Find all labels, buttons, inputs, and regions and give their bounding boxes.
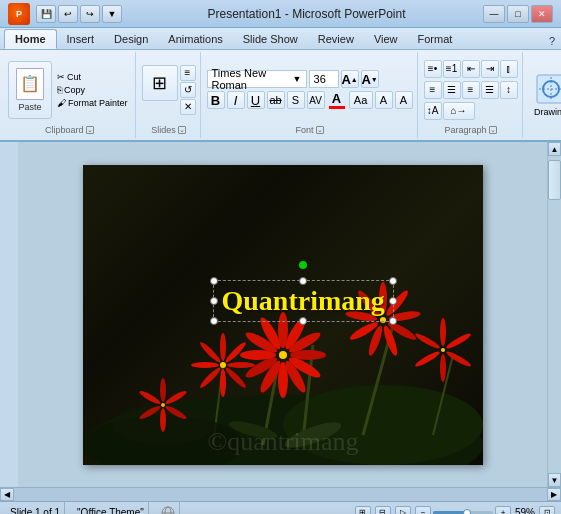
align-right-button[interactable]: ≡ bbox=[462, 81, 480, 99]
slide-layout-button[interactable]: ≡ bbox=[180, 65, 196, 81]
resize-handle-mr[interactable] bbox=[389, 297, 397, 305]
paste-button[interactable]: 📋 Paste bbox=[8, 61, 52, 119]
svg-point-37 bbox=[220, 333, 226, 361]
zoom-control[interactable]: − + bbox=[415, 506, 511, 515]
restore-button[interactable]: □ bbox=[507, 5, 529, 23]
shadow-button[interactable]: S bbox=[287, 91, 305, 109]
italic-button[interactable]: I bbox=[227, 91, 245, 109]
bullets-button[interactable]: ≡• bbox=[424, 60, 442, 78]
zoom-thumb[interactable] bbox=[463, 509, 471, 515]
zoom-level: 59% bbox=[515, 507, 535, 514]
svg-point-39 bbox=[227, 362, 255, 368]
paragraph-expander[interactable]: ⌄ bbox=[489, 126, 497, 134]
scroll-right-button[interactable]: ▶ bbox=[547, 488, 561, 501]
kerning-button[interactable]: AV bbox=[307, 91, 325, 109]
columns-button[interactable]: ⫿ bbox=[500, 60, 518, 78]
tab-insert[interactable]: Insert bbox=[57, 29, 105, 49]
tab-design[interactable]: Design bbox=[104, 29, 158, 49]
tab-review[interactable]: Review bbox=[308, 29, 364, 49]
minimize-button[interactable]: — bbox=[483, 5, 505, 23]
undo-button[interactable]: ↩ bbox=[58, 5, 78, 23]
hscroll-track[interactable] bbox=[14, 488, 547, 501]
font-size-decrease-button[interactable]: A▼ bbox=[361, 70, 379, 88]
resize-handle-bl[interactable] bbox=[210, 317, 218, 325]
font-name-input[interactable]: Times New Roman ▼ bbox=[207, 70, 307, 88]
indent-increase-button[interactable]: ⇥ bbox=[481, 60, 499, 78]
scroll-left-button[interactable]: ◀ bbox=[0, 488, 14, 501]
indent-decrease-button[interactable]: ⇤ bbox=[462, 60, 480, 78]
strikethrough-button[interactable]: ab bbox=[267, 91, 285, 109]
slideshow-view-button[interactable]: ▷ bbox=[395, 506, 411, 515]
resize-handle-br[interactable] bbox=[389, 317, 397, 325]
text-box[interactable]: Quantrimang bbox=[213, 280, 394, 322]
align-left-button[interactable]: ≡ bbox=[424, 81, 442, 99]
fit-to-window-button[interactable]: ⊡ bbox=[539, 506, 555, 515]
font-color-button[interactable]: A bbox=[327, 91, 347, 109]
customize-button[interactable]: ▼ bbox=[102, 5, 122, 23]
status-bar: Slide 1 of 1 "Office Theme" ⊞ ⊟ ▷ − + 59… bbox=[0, 501, 561, 514]
copy-icon: ⎘ bbox=[57, 85, 62, 95]
clipboard-expander[interactable]: ⌄ bbox=[86, 126, 94, 134]
copy-button[interactable]: ⎘ Copy bbox=[54, 84, 131, 96]
font-size-increase-button[interactable]: A▲ bbox=[341, 70, 359, 88]
format-painter-button[interactable]: 🖌 Format Painter bbox=[54, 97, 131, 109]
svg-point-46 bbox=[440, 318, 446, 346]
close-button[interactable]: ✕ bbox=[531, 5, 553, 23]
tab-view[interactable]: View bbox=[364, 29, 408, 49]
app-logo: P bbox=[8, 3, 30, 25]
scroll-up-button[interactable]: ▲ bbox=[548, 142, 561, 156]
reset-slide-button[interactable]: ↺ bbox=[180, 82, 196, 98]
font-group: Times New Roman ▼ 36 A▲ A▼ B I U ab S AV bbox=[203, 52, 418, 138]
resize-handle-tr[interactable] bbox=[389, 277, 397, 285]
horizontal-scrollbar[interactable]: ◀ ▶ bbox=[0, 487, 561, 501]
zoom-in-button[interactable]: + bbox=[495, 506, 511, 515]
highlight-color-button[interactable]: Aa bbox=[349, 91, 373, 109]
drawing-button[interactable]: Drawing bbox=[529, 65, 561, 125]
help-button[interactable]: ? bbox=[543, 33, 561, 49]
resize-handle-tl[interactable] bbox=[210, 277, 218, 285]
redo-button[interactable]: ↪ bbox=[80, 5, 100, 23]
vertical-scrollbar[interactable]: ▲ ▼ bbox=[547, 142, 561, 487]
char-spacing-button[interactable]: A bbox=[375, 91, 393, 109]
align-center-button[interactable]: ☰ bbox=[443, 81, 461, 99]
tab-slideshow[interactable]: Slide Show bbox=[233, 29, 308, 49]
clear-format-button[interactable]: A bbox=[395, 91, 413, 109]
zoom-out-button[interactable]: − bbox=[415, 506, 431, 515]
slides-content: ⊞ ≡ ↺ ✕ bbox=[142, 54, 196, 125]
font-size-input[interactable]: 36 bbox=[309, 70, 339, 88]
slide-canvas-area[interactable]: ©quantrimang Quantrimang bbox=[18, 142, 547, 487]
numbering-button[interactable]: ≡1 bbox=[443, 60, 461, 78]
normal-view-button[interactable]: ⊞ bbox=[355, 506, 371, 515]
scroll-down-button[interactable]: ▼ bbox=[548, 473, 561, 487]
clipboard-group: 📋 Paste ✂ Cut ⎘ Copy 🖌 Format Painter C bbox=[4, 52, 136, 138]
convert-to-smartart-button[interactable]: ⌂→ bbox=[443, 102, 475, 120]
text-direction-button[interactable]: ↕A bbox=[424, 102, 442, 120]
cut-button[interactable]: ✂ Cut bbox=[54, 71, 131, 83]
font-expander[interactable]: ⌄ bbox=[316, 126, 324, 134]
resize-handle-bm[interactable] bbox=[299, 317, 307, 325]
tab-animations[interactable]: Animations bbox=[158, 29, 232, 49]
slides-expander[interactable]: ⌄ bbox=[178, 126, 186, 134]
scroll-track[interactable] bbox=[548, 156, 561, 473]
tab-format[interactable]: Format bbox=[408, 29, 463, 49]
resize-handle-ml[interactable] bbox=[210, 297, 218, 305]
justify-button[interactable]: ☰ bbox=[481, 81, 499, 99]
paragraph-content: ≡• ≡1 ⇤ ⇥ ⫿ ≡ ☰ ≡ ☰ ↕ ↕A ⌂→ bbox=[424, 54, 518, 125]
slide-container[interactable]: ©quantrimang Quantrimang bbox=[83, 165, 483, 465]
delete-slide-button[interactable]: ✕ bbox=[180, 99, 196, 115]
tab-home[interactable]: Home bbox=[4, 29, 57, 49]
rotation-handle[interactable] bbox=[299, 261, 307, 269]
bold-button[interactable]: B bbox=[207, 91, 225, 109]
main-area: ©quantrimang Quantrimang ▲ ▼ bbox=[0, 142, 561, 487]
font-name-dropdown[interactable]: ▼ bbox=[293, 74, 302, 84]
scroll-thumb[interactable] bbox=[548, 160, 561, 200]
line-spacing-button[interactable]: ↕ bbox=[500, 81, 518, 99]
window-controls[interactable]: — □ ✕ bbox=[483, 5, 553, 23]
resize-handle-tm[interactable] bbox=[299, 277, 307, 285]
zoom-track[interactable] bbox=[433, 511, 493, 515]
new-slide-button[interactable]: ⊞ bbox=[142, 65, 178, 101]
save-button[interactable]: 💾 bbox=[36, 5, 56, 23]
slide-sorter-button[interactable]: ⊟ bbox=[375, 506, 391, 515]
quick-access-toolbar[interactable]: 💾 ↩ ↪ ▼ bbox=[36, 5, 122, 23]
underline-button[interactable]: U bbox=[247, 91, 265, 109]
